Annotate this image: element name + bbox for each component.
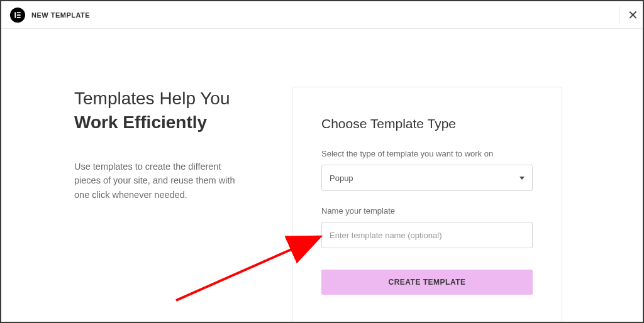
template-type-value: Popup bbox=[330, 173, 353, 183]
close-button[interactable]: ✕ bbox=[619, 6, 636, 24]
modal-header: NEW TEMPLATE ✕ bbox=[1, 1, 643, 29]
template-type-select[interactable]: Popup bbox=[321, 165, 533, 191]
template-form-card: Choose Template Type Select the type of … bbox=[292, 87, 562, 322]
template-name-label: Name your template bbox=[321, 206, 533, 216]
modal-title: NEW TEMPLATE bbox=[31, 11, 90, 19]
modal-body: Templates Help You Work Efficiently Use … bbox=[1, 29, 643, 322]
svg-rect-3 bbox=[17, 16, 21, 18]
modal-frame: NEW TEMPLATE ✕ Templates Help You Work E… bbox=[0, 0, 644, 323]
template-type-field: Select the type of template you want to … bbox=[321, 149, 533, 191]
form-heading: Choose Template Type bbox=[321, 116, 533, 131]
close-icon: ✕ bbox=[628, 8, 638, 23]
elementor-logo-icon bbox=[10, 8, 25, 23]
modal-body-scroll[interactable]: Templates Help You Work Efficiently Use … bbox=[1, 29, 643, 322]
template-name-field: Name your template bbox=[321, 206, 533, 248]
svg-rect-0 bbox=[14, 12, 16, 18]
template-type-label: Select the type of template you want to … bbox=[321, 149, 533, 158]
intro-column: Templates Help You Work Efficiently Use … bbox=[74, 87, 257, 322]
header-left: NEW TEMPLATE bbox=[10, 8, 90, 23]
svg-rect-2 bbox=[17, 14, 21, 16]
template-name-input[interactable] bbox=[321, 222, 533, 248]
chevron-down-icon bbox=[519, 177, 525, 180]
intro-title-line1: Templates Help You bbox=[74, 87, 257, 111]
svg-rect-1 bbox=[17, 12, 21, 13]
intro-title-line2: Work Efficiently bbox=[74, 111, 257, 134]
intro-description: Use templates to create the different pi… bbox=[74, 160, 238, 202]
create-template-button[interactable]: CREATE TEMPLATE bbox=[321, 270, 533, 295]
